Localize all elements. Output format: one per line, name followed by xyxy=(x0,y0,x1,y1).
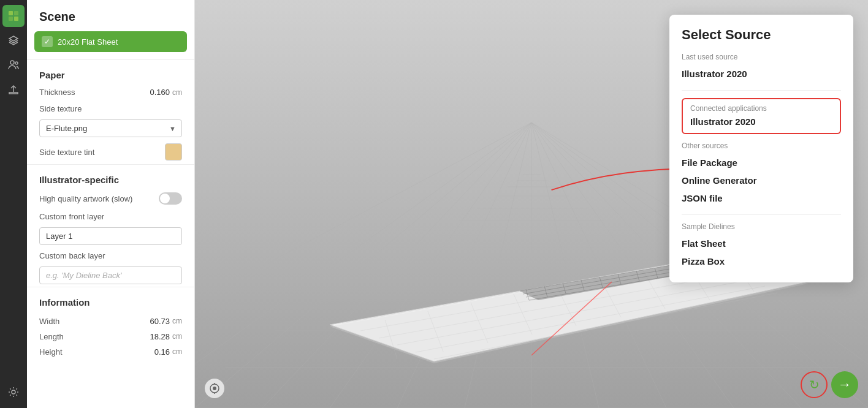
svg-rect-1 xyxy=(14,11,18,15)
divider-1 xyxy=(682,90,841,91)
viewport-bottom-controls xyxy=(205,379,224,398)
side-texture-tint-field: Side texture tint xyxy=(27,140,194,164)
width-row: Width 60.73 cm xyxy=(27,314,194,329)
custom-back-input-wrapper xyxy=(39,266,182,284)
illustrator-section-label: Illustrator-specific xyxy=(27,164,194,189)
nav-settings[interactable] xyxy=(2,381,25,403)
paper-section-label: Paper xyxy=(27,59,194,84)
length-label: Length xyxy=(39,332,64,341)
refresh-button[interactable]: ↻ xyxy=(801,371,828,398)
height-label: Height xyxy=(39,347,63,357)
tint-color-swatch[interactable] xyxy=(165,143,182,161)
custom-back-input[interactable] xyxy=(39,266,182,284)
svg-rect-2 xyxy=(9,17,13,21)
svg-point-5 xyxy=(10,61,14,64)
hq-artwork-label: High quality artwork (slow) xyxy=(39,194,132,203)
bottom-right-buttons: ↻ → xyxy=(801,371,858,398)
scene-item[interactable]: ✓ 20x20 Flat Sheet xyxy=(34,31,187,52)
nav-upload[interactable] xyxy=(2,78,25,100)
custom-front-input-wrapper xyxy=(39,227,182,245)
connected-label: Connected applications xyxy=(690,104,832,113)
3d-viewport[interactable]: Select Source Last used source Illustrat… xyxy=(195,0,868,408)
nav-layers[interactable] xyxy=(2,29,25,51)
height-value: 0.16 cm xyxy=(154,347,182,357)
next-button[interactable]: → xyxy=(831,371,858,398)
svg-point-74 xyxy=(213,387,216,390)
last-used-value[interactable]: Illustrator 2020 xyxy=(682,65,841,83)
width-value: 60.73 cm xyxy=(150,317,182,326)
hq-artwork-toggle[interactable] xyxy=(159,192,182,205)
side-texture-label: Side texture xyxy=(39,104,82,113)
svg-point-6 xyxy=(15,62,18,64)
length-value: 18.28 cm xyxy=(150,332,182,341)
side-texture-dropdown[interactable]: E-Flute.png ▼ xyxy=(39,119,182,137)
information-section-label: Information xyxy=(27,287,194,311)
left-navigation xyxy=(0,0,27,408)
side-texture-field: Side texture xyxy=(27,100,194,117)
sidebar: Scene ✓ 20x20 Flat Sheet Paper Thickness… xyxy=(27,0,195,408)
side-texture-select[interactable]: E-Flute.png xyxy=(39,119,182,137)
length-row: Length 18.28 cm xyxy=(27,329,194,344)
sample-label: Sample Dielines xyxy=(682,222,841,231)
select-source-popup: Select Source Last used source Illustrat… xyxy=(669,15,853,282)
other-sources-label: Other sources xyxy=(682,142,841,150)
scene-item-check: ✓ xyxy=(42,36,53,47)
sidebar-title: Scene xyxy=(27,0,194,31)
side-texture-tint-label: Side texture tint xyxy=(39,148,94,157)
custom-back-label: Custom back layer xyxy=(39,251,105,260)
custom-front-field: Custom front layer xyxy=(27,208,194,225)
divider-2 xyxy=(682,214,841,215)
other-item-1[interactable]: Online Generator xyxy=(682,172,841,189)
width-label: Width xyxy=(39,317,59,326)
custom-front-input[interactable] xyxy=(39,227,182,245)
other-item-2[interactable]: JSON file xyxy=(682,189,841,207)
thickness-label: Thickness xyxy=(39,88,75,97)
nav-people[interactable] xyxy=(2,54,25,76)
custom-back-field: Custom back layer xyxy=(27,247,194,264)
svg-rect-3 xyxy=(14,17,18,21)
reset-view-icon[interactable] xyxy=(205,379,224,398)
sample-item-0[interactable]: Flat Sheet xyxy=(682,235,841,252)
other-item-0[interactable]: File Package xyxy=(682,154,841,172)
thickness-value: 0.160 cm xyxy=(150,88,182,97)
connected-value[interactable]: Illustrator 2020 xyxy=(690,115,832,128)
nav-logo[interactable] xyxy=(2,5,25,27)
hq-artwork-field: High quality artwork (slow) xyxy=(27,189,194,208)
height-row: Height 0.16 cm xyxy=(27,344,194,360)
information-section: Width 60.73 cm Length 18.28 cm Height 0.… xyxy=(27,311,194,360)
custom-front-label: Custom front layer xyxy=(39,212,104,221)
svg-point-7 xyxy=(12,390,15,394)
sample-item-1[interactable]: Pizza Box xyxy=(682,252,841,270)
thickness-field: Thickness 0.160 cm xyxy=(27,84,194,100)
last-used-label: Last used source xyxy=(682,53,841,61)
popup-title: Select Source xyxy=(682,27,841,43)
svg-marker-4 xyxy=(9,36,18,41)
connected-box: Connected applications Illustrator 2020 xyxy=(682,98,841,134)
scene-item-label: 20x20 Flat Sheet xyxy=(58,37,118,47)
svg-rect-0 xyxy=(9,11,13,15)
